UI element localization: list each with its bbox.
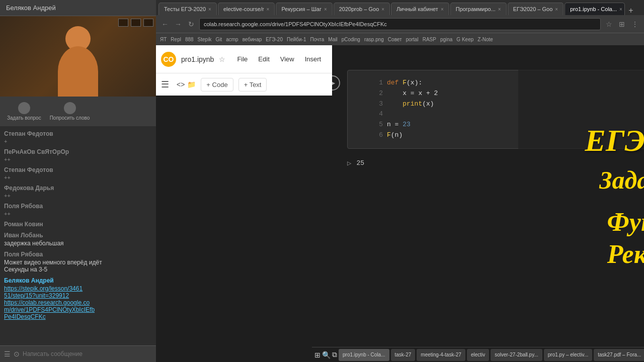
bookmark-pcoding[interactable]: pCoding bbox=[342, 37, 360, 42]
address-bar[interactable]: colab.research.google.com/drive/1PDFS4PC… bbox=[199, 18, 601, 30]
browser-chrome: Тесты ЕГЭ-2020 × elective-course/r × Рек… bbox=[156, 0, 644, 45]
bookmark-888[interactable]: 888 bbox=[185, 37, 194, 42]
tab-close-icon[interactable]: × bbox=[441, 7, 444, 12]
chat-username: Степан Федотов bbox=[4, 166, 152, 173]
taskview-btn[interactable]: ⧉ bbox=[332, 350, 337, 359]
bookmark-rasp2[interactable]: RASP bbox=[423, 37, 436, 42]
menu-view[interactable]: View bbox=[276, 53, 298, 65]
taskbar-task27pdf-btn[interactable]: task27.pdf – Fora... bbox=[594, 349, 644, 361]
browser-tab-active[interactable]: pro1.ipynb - Cola... × bbox=[565, 3, 625, 15]
bookmark-sovet[interactable]: Совет bbox=[388, 37, 402, 42]
ask-word-btn[interactable]: Попросить слово bbox=[47, 101, 93, 122]
back-btn[interactable]: ← bbox=[160, 19, 170, 29]
forward-btn[interactable]: → bbox=[173, 19, 183, 29]
taskbar-solver-btn[interactable]: solver-27-2ball.py... bbox=[491, 349, 542, 361]
tab-close-icon[interactable]: × bbox=[267, 7, 270, 12]
sidebar-toggle-btn[interactable]: ☰ bbox=[161, 79, 169, 90]
bookmark-acmp[interactable]: acmp bbox=[226, 37, 238, 42]
chat-input-icon: ☰ bbox=[4, 350, 11, 358]
list-item: Степан Федотов ++ bbox=[4, 166, 152, 180]
bookmark-pay[interactable]: Пейби-1 bbox=[287, 37, 306, 42]
overlay-title-line2: Задание 11 bbox=[599, 165, 644, 195]
new-tab-btn[interactable]: + bbox=[628, 6, 633, 15]
taskbar: ⊞ 🔍 ⧉ pro1.ipynb - Cola... task-27 meeti… bbox=[312, 347, 644, 362]
bookmark-gmail[interactable]: Mail bbox=[328, 37, 337, 42]
tab-close-icon[interactable]: × bbox=[208, 7, 211, 12]
bookmark-yt[interactable]: ЯТ bbox=[160, 37, 167, 42]
code-line-3: 3 print(x) bbox=[373, 99, 644, 110]
chat-link2[interactable]: https://colab.research.google.com/drive/… bbox=[4, 299, 152, 320]
bookmark-webinar[interactable]: вебинар bbox=[243, 37, 262, 42]
tab-close-icon[interactable]: × bbox=[324, 7, 327, 12]
chat-username: Иван Лобань bbox=[4, 232, 152, 239]
reload-btn[interactable]: ↻ bbox=[186, 19, 196, 29]
code-line-4: 4 bbox=[373, 109, 644, 120]
bookmark-git[interactable]: Git bbox=[215, 37, 222, 42]
windows-btn[interactable]: ⊞ bbox=[314, 351, 320, 359]
chat-status: ++ bbox=[4, 193, 152, 199]
taskbar-task27-btn[interactable]: task-27 bbox=[391, 349, 416, 361]
tab-close-icon[interactable]: × bbox=[619, 7, 622, 12]
chat-link[interactable]: https://stepik.org/lesson/346151/step/15… bbox=[4, 285, 152, 299]
browser-tab[interactable]: Личный кабинет × bbox=[391, 3, 449, 15]
taskbar-colab-btn[interactable]: pro1.ipynb - Cola... bbox=[339, 349, 389, 361]
bookmark-portal[interactable]: portal bbox=[406, 37, 419, 42]
chat-status: ++ bbox=[4, 174, 152, 180]
bookmark-rasp[interactable]: rasp.png bbox=[364, 37, 384, 42]
taskbar-electiv-btn[interactable]: electiv bbox=[467, 349, 489, 361]
browser-tab[interactable]: Рекурсия – Шаг × bbox=[276, 3, 332, 15]
browser-tab[interactable]: Программиро... × bbox=[450, 3, 507, 15]
cell-code[interactable]: 1 def F(x): 2 x = x + 2 3 print(x) 4 5 bbox=[348, 70, 644, 148]
tab-close-icon[interactable]: × bbox=[381, 7, 384, 12]
code-line-5: 5 n = 23 bbox=[373, 120, 644, 130]
video-camera-btn[interactable] bbox=[131, 19, 141, 27]
browser-tab[interactable]: Тесты ЕГЭ-2020 × bbox=[158, 3, 217, 15]
bookmark-mail[interactable]: Почта bbox=[310, 37, 325, 42]
ask-question-btn[interactable]: Задать вопрос bbox=[4, 101, 44, 122]
star-btn[interactable]: ☆ bbox=[604, 19, 614, 29]
list-item: Иван Лобань задержка небольшая bbox=[4, 232, 152, 247]
add-text-btn[interactable]: + Text bbox=[238, 78, 267, 92]
bookmark-stepik[interactable]: Stepik bbox=[198, 37, 212, 42]
chat-text: задержка небольшая bbox=[4, 240, 152, 247]
menu-file[interactable]: File bbox=[233, 53, 252, 65]
code-line-6: 6 F(n) bbox=[373, 130, 644, 141]
ask-word-icon bbox=[64, 102, 76, 114]
browser-tabs: Тесты ЕГЭ-2020 × elective-course/r × Рек… bbox=[156, 0, 644, 15]
colab-filename: pro1.ipynb bbox=[181, 55, 214, 63]
bookmark-znote[interactable]: Z-Note bbox=[477, 37, 493, 42]
bookmark-gkeep[interactable]: G Keep bbox=[456, 37, 473, 42]
video-mic-btn[interactable] bbox=[143, 19, 153, 27]
taskbar-pro1-btn[interactable]: pro1.py – electiv... bbox=[544, 349, 592, 361]
bookmark-repl[interactable]: Repl bbox=[171, 37, 181, 42]
chat-status: + bbox=[4, 138, 152, 144]
bookmark-pgina[interactable]: pgina bbox=[440, 37, 452, 42]
chat-title: Беляков Андрей bbox=[0, 0, 156, 16]
browser-tab[interactable]: 2020prob – Goo × bbox=[334, 3, 390, 15]
chat-input[interactable] bbox=[23, 350, 152, 357]
extensions-btn[interactable]: ⊞ bbox=[617, 19, 627, 29]
browser-tab[interactable]: elective-course/r × bbox=[218, 3, 275, 15]
code-icon[interactable]: <> bbox=[177, 80, 185, 88]
add-code-btn[interactable]: + Code bbox=[201, 78, 233, 92]
output-collapse-icon[interactable]: ▷ bbox=[347, 159, 351, 167]
tab-close-icon[interactable]: × bbox=[555, 7, 558, 12]
chat-panel: Беляков Андрей Задать вопрос Попросить с… bbox=[0, 0, 156, 362]
video-expand-btn[interactable] bbox=[118, 19, 128, 27]
menu-edit[interactable]: Edit bbox=[254, 53, 273, 65]
browser-bookmarks: ЯТ Repl 888 Stepik Git acmp вебинар ЕГЭ-… bbox=[156, 33, 644, 45]
menu-insert[interactable]: Insert bbox=[301, 53, 326, 65]
colab-star-btn[interactable]: ☆ bbox=[219, 55, 225, 63]
search-btn[interactable]: 🔍 bbox=[322, 351, 331, 359]
tab-close-icon[interactable]: × bbox=[498, 7, 501, 12]
browser-tab[interactable]: ЕГЭ2020 – Goo × bbox=[508, 3, 564, 15]
more-btn[interactable]: ⋮ bbox=[630, 19, 640, 29]
code-cell: ▶ 1 def F(x): 2 x = x + 2 3 print(x) 4 bbox=[347, 70, 644, 149]
taskbar-meeting-btn[interactable]: meeting-4-task-27 bbox=[417, 349, 465, 361]
run-cell-btn[interactable]: ▶ bbox=[332, 75, 340, 90]
chat-username: Федокова Дарья bbox=[4, 185, 152, 192]
bookmark-ege[interactable]: ЕГЭ-20 bbox=[266, 37, 283, 42]
chat-messages[interactable]: Степан Федотов + ПеРнАкОв СвЯтОрОр ++ Ст… bbox=[0, 126, 156, 345]
folder-icon[interactable]: 📁 bbox=[187, 80, 196, 88]
list-item: Поля Рябова ++ bbox=[4, 203, 152, 217]
